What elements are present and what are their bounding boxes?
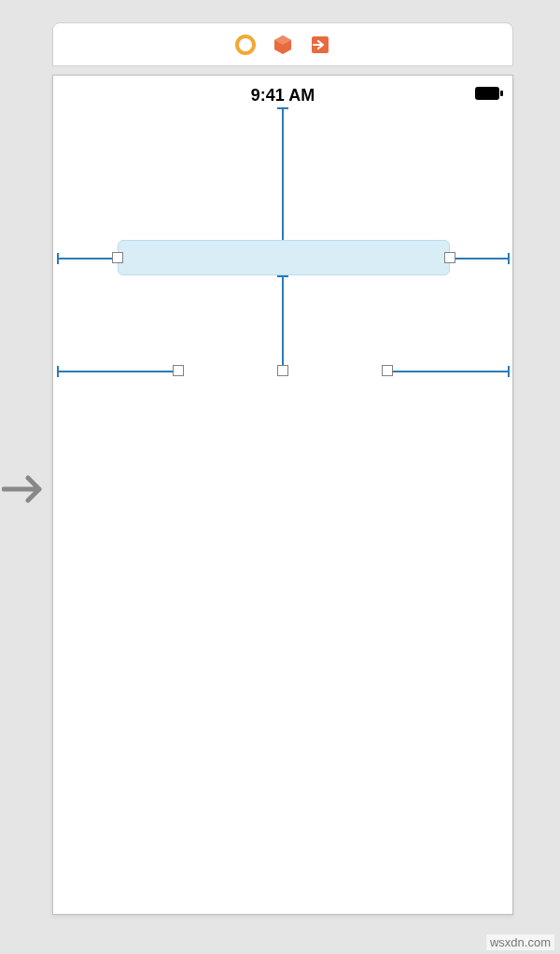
svg-rect-5 <box>500 91 503 96</box>
constraint-cap <box>508 253 510 264</box>
selection-handle[interactable] <box>444 252 455 263</box>
constraint-cap <box>277 107 288 109</box>
storyboard-entry-arrow-icon[interactable] <box>2 470 49 508</box>
constraint-cap <box>277 275 288 277</box>
status-bar: 9:41 AM <box>53 85 512 105</box>
constraint-guide-trailing-1[interactable] <box>450 258 510 260</box>
constraint-cap <box>508 366 510 377</box>
svg-rect-4 <box>475 87 499 100</box>
selection-handle[interactable] <box>173 365 184 376</box>
constraint-guide-top[interactable] <box>282 107 284 242</box>
battery-icon <box>475 87 503 100</box>
svg-point-0 <box>237 36 254 53</box>
constraint-cap <box>57 253 59 264</box>
constraint-guide-leading-1[interactable] <box>57 258 118 260</box>
selection-handle[interactable] <box>112 252 123 263</box>
selection-handle[interactable] <box>382 365 393 376</box>
identity-inspector-icon[interactable] <box>235 35 256 55</box>
attribution-watermark: wsxdn.com <box>486 934 554 950</box>
constraint-guide-leading-2[interactable] <box>57 371 176 372</box>
status-time: 9:41 AM <box>251 86 315 105</box>
view-controller-scene[interactable]: 9:41 AM <box>52 75 513 915</box>
scene-toolbar <box>52 22 513 66</box>
storyboard-canvas[interactable]: 9:41 AM <box>45 0 560 929</box>
uitextfield[interactable] <box>118 240 450 275</box>
constraint-guide-vertical-spacing[interactable] <box>282 275 284 365</box>
selection-handle[interactable] <box>277 365 288 376</box>
constraint-cap <box>57 366 59 377</box>
exit-segue-icon[interactable] <box>310 35 330 55</box>
object-library-icon[interactable] <box>273 35 293 55</box>
constraint-guide-trailing-2[interactable] <box>387 371 510 372</box>
